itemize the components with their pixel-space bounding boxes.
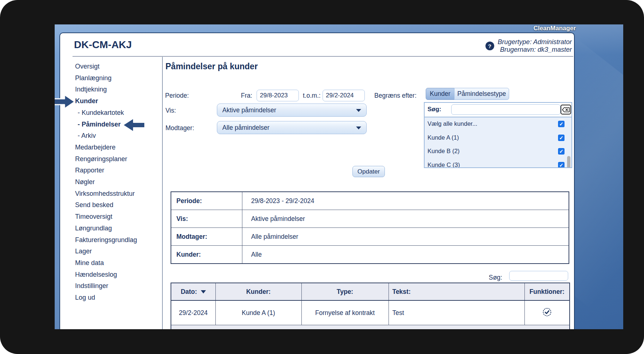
sidebar-item-label: Send besked: [75, 201, 113, 209]
sidebar-item-indtjekning[interactable]: Indtjekning: [75, 84, 162, 96]
sidebar-item-mine-data[interactable]: Mine data: [75, 257, 162, 269]
user-name-text: Brugernavn: dk3_master: [498, 46, 572, 54]
customer-checkbox[interactable]: ✓: [558, 148, 565, 155]
cell-dato: 29/2-2024: [171, 300, 215, 325]
search-label: Søg:: [428, 106, 441, 113]
check-circle-icon[interactable]: [542, 307, 552, 317]
sidebar-item-log-ud[interactable]: Log ud: [75, 292, 162, 304]
sidebar-item-planlægning[interactable]: Planlægning: [75, 73, 162, 84]
kunder-pointer-arrow-icon: [55, 93, 76, 110]
cell-kunder: Kunde A (1): [215, 300, 301, 325]
sidebar-item-label: Indstillinger: [75, 282, 108, 289]
begraens-tab-bar: KunderPåmindelsestype: [426, 88, 509, 100]
filter-summary-table: Periode:29/8-2023 - 29/2-2024Vis:Aktive …: [171, 191, 569, 264]
customer-filter-panel: Søg: Vælg alle kunder...✓Kunde A (1)✓Kun…: [424, 102, 572, 168]
partial-next-row: [171, 325, 570, 330]
summary-row: Periode:29/8-2023 - 29/2-2024: [171, 192, 569, 210]
clear-search-button[interactable]: [561, 105, 571, 114]
customer-row[interactable]: Vælg alle kunder...✓: [425, 117, 571, 131]
reminders-table: Dato:Kunder:Type:Tekst:Funktioner: 29/2-…: [171, 283, 570, 329]
summary-row-value: Alle: [242, 246, 569, 264]
column-header-funktioner: Funktioner:: [524, 283, 570, 300]
column-header-kunder: Kunder:: [215, 283, 301, 300]
fra-date-input[interactable]: [257, 90, 299, 101]
main-content: Påmindelser på kunder Periode: Fra: t.o.…: [163, 57, 574, 329]
summary-row-value: Alle påmindelser: [242, 228, 569, 246]
customer-search-row: Søg:: [425, 103, 571, 117]
desktop-background: CleanManager DK-CM-AKJ ? Brugertype: Adm…: [55, 24, 623, 329]
tom-label: t.o.m.:: [303, 92, 321, 100]
summary-row-label: Modtager:: [171, 228, 242, 246]
sidebar-item-arkiv[interactable]: - Arkiv: [75, 130, 162, 142]
column-header-dato[interactable]: Dato:: [171, 283, 215, 300]
sidebar-item-kundekartotek[interactable]: - Kundekartotek: [75, 107, 162, 119]
sidebar-item-label: Løngrundlag: [75, 225, 112, 232]
sidebar-item-rapporter[interactable]: Rapporter: [75, 165, 162, 176]
sidebar-item-faktureringsgrundlag[interactable]: Faktureringsgrundlag: [75, 234, 162, 246]
sort-desc-icon: [201, 290, 206, 293]
customer-search-input[interactable]: [451, 104, 561, 115]
update-button[interactable]: Opdater: [352, 166, 385, 177]
tab-påmindelsestype[interactable]: Påmindelsestype: [454, 88, 509, 100]
column-header-label: Tekst:: [393, 288, 411, 295]
sidebar-item-hændelseslog[interactable]: Hændelseslog: [75, 269, 162, 281]
sidebar-item-indstillinger[interactable]: Indstillinger: [75, 280, 162, 292]
customer-row[interactable]: Kunde A (1)✓: [425, 131, 571, 145]
summary-row-label: Vis:: [171, 210, 242, 228]
sidebar-item-send-besked[interactable]: Send besked: [75, 199, 162, 211]
sidebar-item-label: Rengøringsplaner: [75, 155, 127, 163]
sidebar-item-virksomhedsstruktur[interactable]: Virksomhedsstruktur: [75, 188, 162, 200]
sidebar-item-label: - Arkiv: [78, 132, 96, 139]
sidebar-item-rengøringsplaner[interactable]: Rengøringsplaner: [75, 153, 162, 165]
sidebar-item-påmindelser[interactable]: - Påmindelser: [75, 119, 162, 131]
begraens-efter-label: Begræns efter:: [374, 92, 417, 100]
table-row: 29/2-2024Kunde A (1)Fornyelse af kontrak…: [171, 300, 570, 325]
sidebar-item-label: Virksomhedsstruktur: [75, 190, 135, 197]
modtager-dropdown-value: Alle påmindelser: [222, 124, 269, 132]
sidebar-item-label: Medarbejdere: [75, 144, 116, 151]
backspace-icon: [562, 107, 570, 112]
chevron-down-icon: [356, 127, 361, 129]
sidebar-item-medarbejdere[interactable]: Medarbejdere: [75, 142, 162, 153]
customer-row-label: Kunde C (3): [428, 162, 460, 168]
modtager-label: Modtager:: [165, 124, 194, 132]
page-title: Påmindelser på kunder: [165, 62, 258, 71]
column-header-label: Dato:: [181, 288, 197, 295]
user-info-block: ? Brugertype: Administrator Brugernavn: …: [485, 38, 572, 54]
window-title: DK-CM-AKJ: [74, 39, 132, 51]
vis-dropdown[interactable]: Aktive påmindelser: [217, 104, 367, 117]
sidebar-item-timeoversigt[interactable]: Timeoversigt: [75, 211, 162, 223]
customer-checkbox[interactable]: ✓: [558, 121, 565, 127]
sidebar-item-label: Oversigt: [75, 63, 99, 70]
chevron-down-icon: [356, 109, 361, 112]
sidebar-item-label: Lager: [75, 248, 92, 255]
customer-row-label: Kunde B (2): [428, 148, 460, 155]
modtager-dropdown[interactable]: Alle påmindelser: [217, 121, 367, 134]
customer-checkbox[interactable]: ✓: [558, 135, 565, 141]
tab-kunder[interactable]: Kunder: [426, 88, 454, 100]
sidebar-item-nøgler[interactable]: Nøgler: [75, 176, 162, 188]
sidebar-item-løngrundlag[interactable]: Løngrundlag: [75, 223, 162, 234]
scrollbar-thumb[interactable]: [567, 156, 570, 168]
user-type-text: Brugertype: Administrator: [498, 38, 572, 46]
sidebar-item-oversigt[interactable]: Oversigt: [75, 61, 162, 73]
sidebar-item-kunder[interactable]: Kunder: [75, 96, 162, 107]
help-icon[interactable]: ?: [485, 42, 494, 50]
results-search-input[interactable]: [509, 271, 568, 281]
column-header-label: Kunder:: [246, 288, 270, 295]
sidebar-item-label: Kunder: [75, 97, 98, 105]
sidebar-item-label: Timeoversigt: [75, 213, 112, 220]
customer-row[interactable]: Kunde C (3)✓: [425, 159, 571, 168]
sidebar-item-lager[interactable]: Lager: [75, 246, 162, 257]
customer-row-label: Kunde A (1): [428, 134, 459, 141]
tom-date-input[interactable]: [323, 90, 365, 101]
customer-row[interactable]: Kunde B (2)✓: [425, 145, 571, 159]
customer-checkbox[interactable]: ✓: [558, 162, 565, 168]
sidebar-item-label: Nøgler: [75, 178, 95, 186]
sidebar-item-label: Faktureringsgrundlag: [75, 236, 137, 244]
sidebar-item-label: Indtjekning: [75, 86, 107, 93]
summary-row-label: Periode:: [171, 192, 242, 210]
summary-row-label: Kunder:: [171, 246, 242, 264]
sidebar-item-label: Rapporter: [75, 167, 104, 174]
sidebar-item-label: Planlægning: [75, 74, 112, 82]
